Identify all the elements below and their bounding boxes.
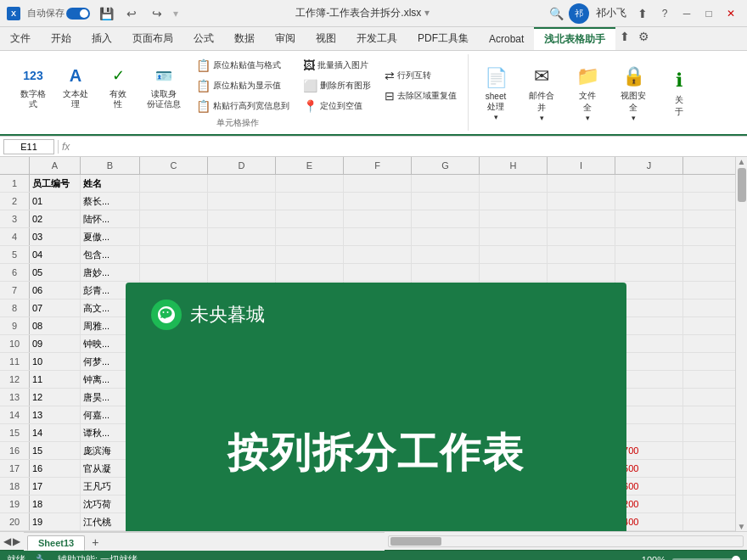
- col-header-b[interactable]: B: [81, 157, 140, 174]
- sheet-tab-sheet13[interactable]: Sheet13: [27, 535, 85, 551]
- batch-img-btn[interactable]: 🖼 批量插入图片: [299, 56, 375, 75]
- overlay-wechat-label: 未央暮城: [190, 302, 265, 328]
- close-button[interactable]: ✕: [722, 4, 740, 23]
- row-col-swap-btn[interactable]: ⇄ 行列互转: [380, 66, 461, 85]
- row-number: 17: [0, 460, 30, 477]
- cell-b1[interactable]: 姓名: [81, 175, 140, 192]
- tab-formula[interactable]: 公式: [183, 27, 224, 50]
- col-header-a[interactable]: A: [30, 157, 81, 174]
- tab-review[interactable]: 审阅: [265, 27, 306, 50]
- locate-empty-btn[interactable]: 📍 定位到空值: [299, 97, 375, 115]
- col-header-f[interactable]: F: [344, 157, 412, 174]
- cell-b2[interactable]: 蔡长...: [81, 193, 140, 210]
- cell-c2[interactable]: [140, 193, 208, 210]
- add-sheet-button[interactable]: +: [85, 534, 105, 551]
- validity-btn[interactable]: ✓ 有效性: [98, 59, 138, 112]
- cell-h1[interactable]: [480, 175, 548, 192]
- auto-save-toggle[interactable]: [66, 8, 90, 20]
- col-header-j[interactable]: J: [615, 157, 683, 174]
- scroll-down-btn[interactable]: ▼: [738, 522, 746, 531]
- del-shapes-btn[interactable]: ⬜ 删除所有图形: [299, 76, 375, 95]
- tab-insert[interactable]: 插入: [81, 27, 122, 50]
- cell-d1[interactable]: [208, 175, 276, 192]
- scroll-thumb[interactable]: [738, 168, 746, 202]
- scroll-left-btn[interactable]: ◀: [3, 535, 11, 547]
- cell-a2[interactable]: 01: [30, 193, 81, 210]
- tab-developer[interactable]: 开发工具: [346, 27, 407, 50]
- tab-file[interactable]: 文件: [0, 27, 41, 50]
- col-header-h[interactable]: H: [480, 157, 548, 174]
- paste-val-btn[interactable]: 📋 原位粘贴值与格式: [192, 56, 294, 75]
- tab-acrobat[interactable]: Acrobat: [479, 27, 534, 50]
- row-number: 9: [0, 317, 30, 334]
- num-format-btn[interactable]: 123 数字格式: [14, 59, 53, 112]
- cell-g1[interactable]: [412, 175, 480, 192]
- col-header-g[interactable]: G: [412, 157, 480, 174]
- col-header-d[interactable]: D: [208, 157, 276, 174]
- about-btn[interactable]: ℹ 关于: [660, 64, 699, 120]
- help-button[interactable]: ?: [655, 4, 674, 23]
- table-row: 3 02 陆怀...: [0, 210, 735, 228]
- mail-merge-btn[interactable]: ✉ 邮件合并 ▾: [522, 60, 561, 125]
- tab-layout[interactable]: 页面布局: [122, 27, 183, 50]
- auto-save-label: 自动保存: [27, 7, 65, 20]
- viz-safe-btn[interactable]: 🔒 视图安全 ▾: [614, 60, 653, 125]
- col-header-e[interactable]: E: [276, 157, 344, 174]
- status-right: 100%: [642, 555, 740, 561]
- cell-j1[interactable]: [615, 175, 683, 192]
- ribbon-expand-btn[interactable]: ⬆: [615, 27, 634, 46]
- cell-c1[interactable]: [140, 175, 208, 192]
- vertical-scrollbar[interactable]: ▲ ▼: [735, 157, 747, 531]
- cell-e1[interactable]: [276, 175, 344, 192]
- cell-f1[interactable]: [344, 175, 412, 192]
- locate-empty-label: 定位到空值: [320, 100, 362, 112]
- search-button[interactable]: 🔍: [547, 4, 565, 23]
- restore-button[interactable]: □: [699, 4, 718, 23]
- row-number: 6: [0, 264, 30, 281]
- row-number: 8: [0, 300, 30, 316]
- col-header-c[interactable]: C: [140, 157, 208, 174]
- tab-view[interactable]: 视图: [306, 27, 346, 50]
- sheet-proc-icon: 📄: [482, 64, 509, 92]
- tab-data[interactable]: 数据: [224, 27, 265, 50]
- col-header-i[interactable]: I: [548, 157, 615, 174]
- tab-home[interactable]: 开始: [41, 27, 81, 50]
- ribbon-toggle-button[interactable]: ⬆: [633, 4, 652, 23]
- save-button[interactable]: 💾: [97, 4, 115, 23]
- ribbon-group-cell: 123 数字格式 A 文本处理 ✓ 有效性 🪪 读取身份证信息: [7, 54, 469, 131]
- rm-dup-icon: ⊟: [385, 89, 395, 103]
- minimize-button[interactable]: ─: [677, 4, 696, 23]
- cell-i1[interactable]: [548, 175, 615, 192]
- file-name-text: 工作簿-工作表合并拆分.xlsx: [295, 7, 421, 19]
- file-btn[interactable]: 📁 文件全 ▾: [568, 60, 607, 125]
- rm-dup-btn[interactable]: ⊟ 去除区域重复值: [380, 87, 461, 105]
- sheet-tabs: Sheet13 +: [24, 532, 385, 551]
- cell-reference-input[interactable]: [3, 139, 54, 154]
- user-avatar[interactable]: 祁: [569, 3, 589, 24]
- horizontal-scrollbar[interactable]: [388, 535, 744, 547]
- sheet-proc-arrow: ▾: [494, 113, 498, 121]
- table-row: 6 05 唐妙...: [0, 264, 735, 282]
- ribbon-settings-btn[interactable]: ⚙: [634, 27, 653, 46]
- scroll-right-btn[interactable]: ▶: [13, 535, 20, 547]
- h-scroll-thumb[interactable]: [390, 537, 441, 546]
- paste-row-btn[interactable]: 📋 粘贴行高列宽信息到: [192, 97, 294, 115]
- paste-disp-btn[interactable]: 📋 原位粘贴为显示值: [192, 76, 294, 95]
- scroll-up-btn[interactable]: ▲: [738, 157, 746, 166]
- ribbon-group-tools: 📄 sheet处理 ▾ ✉ 邮件合并 ▾ 📁 文件全 ▾ 🔒 视图安全: [469, 54, 706, 131]
- locate-empty-icon: 📍: [303, 99, 317, 113]
- read-id-btn[interactable]: 🪪 读取身份证信息: [141, 59, 187, 112]
- redo-button[interactable]: ↪: [148, 4, 166, 23]
- undo-button[interactable]: ↩: [122, 4, 141, 23]
- tab-helper[interactable]: 浅北表格助手: [534, 27, 615, 50]
- auto-save-indicator: 自动保存: [27, 7, 90, 20]
- tools-buttons: 📄 sheet处理 ▾ ✉ 邮件合并 ▾ 📁 文件全 ▾ 🔒 视图安全: [476, 56, 699, 129]
- formula-input[interactable]: [73, 140, 744, 154]
- row-number: 20: [0, 513, 30, 530]
- tab-pdf[interactable]: PDF工具集: [407, 27, 479, 50]
- row-number: 7: [0, 282, 30, 299]
- cell-a1[interactable]: 员工编号: [30, 175, 81, 192]
- text-process-btn[interactable]: A 文本处理: [56, 59, 95, 112]
- sheet-proc-btn[interactable]: 📄 sheet处理 ▾: [476, 62, 515, 124]
- file-icon: 📁: [574, 63, 601, 90]
